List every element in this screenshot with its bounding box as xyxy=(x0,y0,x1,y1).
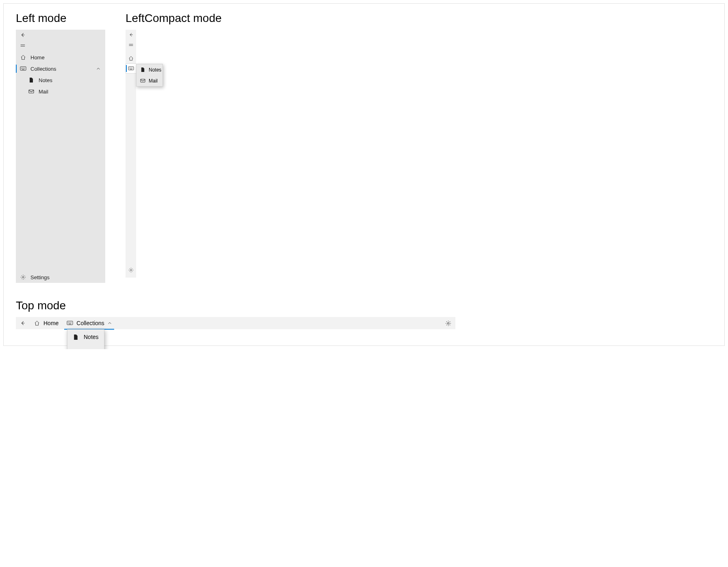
compact-nav-settings[interactable] xyxy=(126,265,136,275)
home-icon xyxy=(128,56,134,61)
compact-back-button[interactable] xyxy=(126,30,136,40)
left-mode-title: Left mode xyxy=(16,12,105,25)
nav-item-mail[interactable]: Mail xyxy=(16,86,105,97)
top-back-button[interactable] xyxy=(16,317,30,329)
compact-flyout: Notes Mail xyxy=(136,64,163,87)
compact-nav-collections[interactable] xyxy=(126,63,136,74)
gear-icon xyxy=(20,274,26,280)
svg-rect-5 xyxy=(141,79,145,82)
top-nav-collections[interactable]: Collections xyxy=(63,317,115,329)
top-flyout-item-mail[interactable]: Mail xyxy=(67,344,104,349)
compact-nav-home[interactable] xyxy=(126,53,136,63)
flyout-item-notes[interactable]: Notes xyxy=(136,64,162,75)
chevron-up-icon xyxy=(96,67,100,71)
left-compact-mode-title: LeftCompact mode xyxy=(126,12,222,25)
nav-item-label: Collections xyxy=(30,66,56,72)
gear-icon xyxy=(128,267,134,273)
nav-item-label: Settings xyxy=(30,274,50,280)
home-icon xyxy=(34,320,40,326)
keyboard-icon xyxy=(128,66,134,71)
top-flyout-label: Notes xyxy=(84,334,99,340)
top-flyout: Notes Mail xyxy=(67,329,104,349)
mail-icon xyxy=(140,78,145,83)
top-nav-settings[interactable] xyxy=(445,320,451,326)
top-mode-title: Top mode xyxy=(16,299,712,312)
keyboard-icon xyxy=(67,321,73,326)
hamburger-icon xyxy=(20,43,26,48)
nav-item-collections[interactable]: Collections xyxy=(16,63,105,74)
svg-point-4 xyxy=(130,269,132,271)
gear-icon xyxy=(445,320,451,326)
mail-icon xyxy=(28,89,34,94)
document-icon xyxy=(73,334,78,340)
hamburger-button[interactable] xyxy=(16,40,105,51)
hamburger-icon xyxy=(128,42,134,48)
top-nav-label: Collections xyxy=(76,320,104,326)
top-flyout-label: Mail xyxy=(84,348,94,349)
top-nav-home[interactable]: Home xyxy=(30,317,63,329)
flyout-item-label: Notes xyxy=(149,67,161,73)
svg-rect-1 xyxy=(29,90,34,93)
nav-item-label: Mail xyxy=(39,89,48,95)
home-icon xyxy=(20,54,26,60)
nav-item-label: Home xyxy=(30,54,45,61)
keyboard-icon xyxy=(20,66,26,71)
flyout-item-mail[interactable]: Mail xyxy=(136,75,162,86)
nav-item-label: Notes xyxy=(39,77,52,83)
svg-point-2 xyxy=(22,276,24,278)
back-arrow-icon xyxy=(20,32,26,38)
chevron-up-icon xyxy=(108,321,112,325)
svg-point-7 xyxy=(447,322,449,324)
compact-hamburger-button[interactable] xyxy=(126,40,136,50)
top-mode-bar: Home Collections xyxy=(16,317,455,329)
top-flyout-item-notes[interactable]: Notes xyxy=(67,330,104,344)
nav-item-home[interactable]: Home xyxy=(16,52,105,63)
document-icon xyxy=(141,67,145,72)
left-mode-pane: Home Collections Notes xyxy=(16,30,105,283)
back-button[interactable] xyxy=(16,30,105,40)
flyout-item-label: Mail xyxy=(149,78,158,84)
nav-item-settings[interactable]: Settings xyxy=(16,272,105,283)
top-nav-label: Home xyxy=(43,320,58,326)
left-compact-pane xyxy=(126,30,136,278)
nav-item-notes[interactable]: Notes xyxy=(16,74,105,86)
back-arrow-icon xyxy=(20,320,26,326)
back-arrow-icon xyxy=(128,32,134,37)
document-icon xyxy=(29,77,34,83)
